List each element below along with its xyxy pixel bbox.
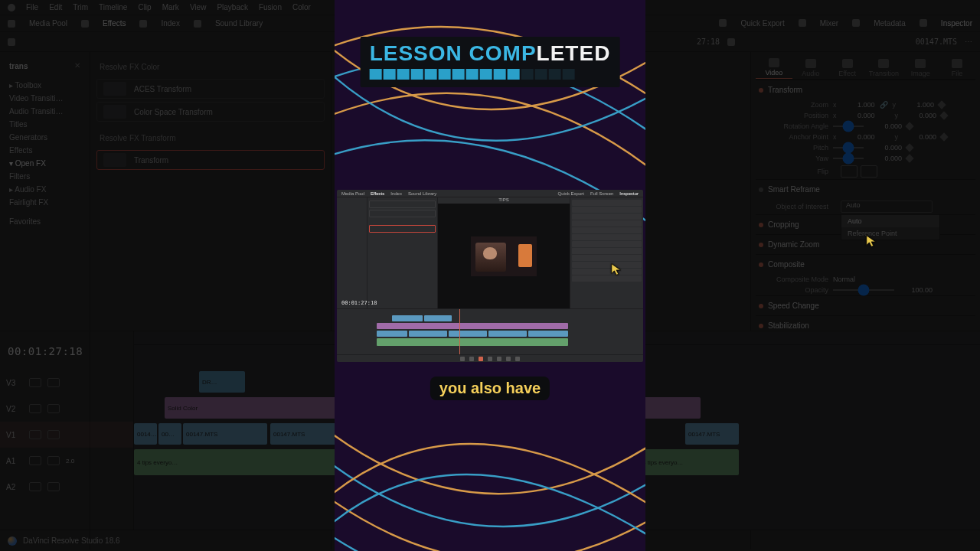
dropdown-option-reference[interactable]: Reference Point xyxy=(841,227,939,240)
row-composite-mode[interactable]: Composite ModeNormal xyxy=(756,274,975,285)
tab-file[interactable]: File xyxy=(939,57,975,79)
menu-mark[interactable]: Mark xyxy=(162,3,179,11)
sidebar-item[interactable]: Audio Transiti… xyxy=(5,105,85,118)
track-header-v2[interactable]: V2 xyxy=(0,396,133,422)
fx-item[interactable]: Color Space Transform xyxy=(96,102,325,122)
fx-item-selected[interactable]: Transform xyxy=(96,150,325,170)
sidebar-open-fx[interactable]: ▾ Open FX xyxy=(5,157,85,170)
link-icon[interactable]: 🔗 xyxy=(880,101,888,109)
quick-export-icon xyxy=(719,19,727,27)
row-rotation[interactable]: Rotation Angle0.000 xyxy=(756,121,975,132)
inspector-icon xyxy=(920,19,927,27)
row-position[interactable]: Positionx0.000y0.000 xyxy=(756,110,975,121)
panel-media-pool[interactable]: Media Pool xyxy=(29,19,67,28)
rotation-slider[interactable] xyxy=(833,126,864,127)
keyframe-icon[interactable] xyxy=(905,143,913,152)
transition-icon xyxy=(878,59,889,68)
keyframe-icon[interactable] xyxy=(937,100,946,109)
clip-v1[interactable]: 00… xyxy=(158,423,181,445)
section-composite[interactable]: Composite xyxy=(756,254,975,274)
tab-image[interactable]: Image xyxy=(902,57,939,79)
sidebar-item[interactable]: Generators xyxy=(5,131,85,144)
active-clip-name: 00147.MTS xyxy=(916,37,957,46)
mini-playhead xyxy=(459,309,460,354)
keyframe-icon[interactable] xyxy=(905,154,913,162)
sidebar-favorites[interactable]: Favorites xyxy=(5,215,85,228)
panel-quick-export[interactable]: Quick Export xyxy=(740,19,784,28)
yaw-slider[interactable] xyxy=(833,158,864,159)
fx-thumb-icon xyxy=(103,153,126,167)
track-header-v1[interactable]: V1 xyxy=(0,422,133,448)
lesson-completed-banner: LESSON COMPLETED xyxy=(361,37,620,87)
row-pitch[interactable]: Pitch0.000 xyxy=(756,142,975,153)
sidebar-toolbox[interactable]: ▸ Toolbox xyxy=(5,79,85,92)
sidebar-item[interactable]: Video Transiti… xyxy=(5,92,85,105)
flip-h-button[interactable] xyxy=(841,165,858,178)
track-header-v3[interactable]: V3 xyxy=(0,370,133,396)
tab-transition[interactable]: Transition xyxy=(865,57,902,79)
panel-toggle-icon[interactable] xyxy=(8,38,15,46)
clip-v1[interactable]: 00147.MTS xyxy=(685,423,739,445)
menu-clip[interactable]: Clip xyxy=(138,3,151,11)
video-icon xyxy=(769,58,779,67)
davinci-logo-icon xyxy=(8,4,15,11)
progress-cell xyxy=(384,69,396,80)
inspector-more-icon[interactable]: ⋯ xyxy=(965,37,972,46)
dropdown-option-auto[interactable]: Auto xyxy=(841,215,939,227)
center-timecode: 27:18 xyxy=(697,37,720,46)
panel-mixer[interactable]: Mixer xyxy=(820,19,838,28)
keyframe-icon[interactable] xyxy=(939,132,948,141)
keyframe-icon[interactable] xyxy=(939,111,948,119)
clip-v3[interactable]: DR… xyxy=(199,371,245,393)
clip-v1[interactable]: 00147.MTS xyxy=(183,423,267,445)
track-header-a2[interactable]: A2 xyxy=(0,474,133,500)
section-speed-change[interactable]: Speed Change xyxy=(756,295,975,315)
menu-color[interactable]: Color xyxy=(292,3,311,11)
sidebar-audio-fx[interactable]: ▸ Audio FX xyxy=(5,183,85,196)
panel-metadata[interactable]: Metadata xyxy=(874,19,906,28)
sidebar-item[interactable]: Effects xyxy=(5,144,85,157)
track-header-a1[interactable]: A12.0 xyxy=(0,448,133,474)
panel-sound-library[interactable]: Sound Library xyxy=(215,19,263,28)
pitch-slider[interactable] xyxy=(833,147,864,148)
clip-v1[interactable]: 0014… xyxy=(134,423,157,445)
sidebar-item[interactable]: Fairlight FX xyxy=(5,196,85,209)
menu-playback[interactable]: Playback xyxy=(217,3,248,11)
panel-index[interactable]: Index xyxy=(161,19,179,28)
menu-timeline[interactable]: Timeline xyxy=(99,3,127,11)
section-smart-reframe[interactable]: Smart Reframe xyxy=(756,179,975,199)
menu-fusion[interactable]: Fusion xyxy=(259,3,282,11)
mini-viewer-thumb xyxy=(471,236,537,276)
davinci-logo-icon xyxy=(8,536,17,546)
object-of-interest-select[interactable]: Auto xyxy=(841,201,933,213)
menu-file[interactable]: File xyxy=(26,3,38,11)
clip-a1[interactable]: 4 tips everyo… xyxy=(134,449,356,475)
sidebar-item[interactable]: Filters xyxy=(5,170,85,183)
keyframe-icon[interactable] xyxy=(905,122,913,130)
mini-timecode: 00:01:27:18 xyxy=(341,300,377,306)
fx-item[interactable]: ACES Transform xyxy=(96,79,325,99)
menu-view[interactable]: View xyxy=(190,3,207,11)
progress-cell xyxy=(411,69,423,80)
viewer-opts-icon[interactable] xyxy=(727,38,735,46)
clear-search-icon[interactable]: ✕ xyxy=(70,59,85,72)
panel-inspector[interactable]: Inspector xyxy=(941,19,972,28)
tab-effect[interactable]: Effect xyxy=(829,57,866,79)
opacity-slider[interactable] xyxy=(833,289,894,291)
tab-video[interactable]: Video xyxy=(756,57,792,79)
menu-edit[interactable]: Edit xyxy=(49,3,62,11)
flip-v-button[interactable] xyxy=(861,165,877,178)
menu-trim[interactable]: Trim xyxy=(73,3,88,11)
row-zoom[interactable]: Zoomx1.000🔗y1.000 xyxy=(756,99,975,110)
tab-audio[interactable]: Audio xyxy=(792,57,829,79)
section-transform[interactable]: Transform xyxy=(756,80,975,99)
row-opacity[interactable]: Opacity100.00 xyxy=(756,285,975,295)
sidebar-item[interactable]: Titles xyxy=(5,118,85,131)
row-yaw[interactable]: Yaw0.000 xyxy=(756,153,975,164)
panel-effects[interactable]: Effects xyxy=(103,19,126,28)
clip-a1[interactable]: 4 tips everyo… xyxy=(639,449,739,475)
track-headers: 00:01:27:18 V3 V2 V1 A12.0 A2 xyxy=(0,331,134,530)
sound-library-icon xyxy=(194,20,201,28)
subtitle-caption: you also have xyxy=(430,377,550,400)
row-anchor[interactable]: Anchor Pointx0.000y0.000 xyxy=(756,132,975,142)
